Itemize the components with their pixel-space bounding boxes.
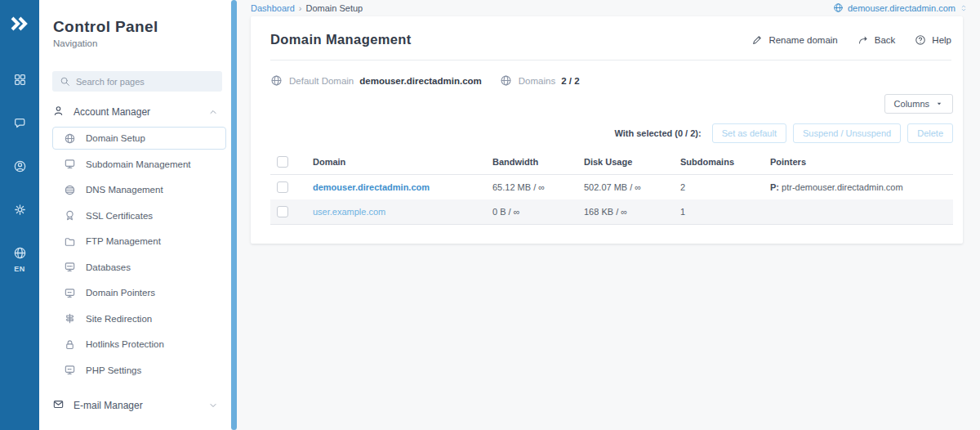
person-icon	[52, 105, 65, 119]
item-label: Site Redirection	[86, 314, 152, 324]
lock-icon	[64, 338, 76, 351]
help-button[interactable]: Help	[915, 34, 951, 46]
pointers-text: ptr-demouser.directadmin.com	[782, 182, 903, 192]
search-icon	[60, 76, 70, 87]
help-icon	[915, 34, 926, 46]
icon-rail: EN	[0, 0, 39, 430]
select-all-checkbox[interactable]	[277, 156, 288, 168]
app-root: EN Control Panel Navigation Account Mana…	[0, 0, 980, 430]
bandwidth-value: 0 B / ∞	[486, 199, 577, 225]
sidebar-scrollbar[interactable]	[231, 0, 237, 430]
domains-count-group: Domains 2 / 2	[500, 74, 580, 87]
globe-icon	[500, 74, 512, 87]
pencil-icon	[751, 34, 763, 46]
sidebar-menu: Account Manager Domain Setup Subdomain M…	[39, 100, 231, 430]
sort-carets-icon	[960, 3, 968, 13]
header-disk-usage: Disk Usage	[577, 150, 674, 175]
language-globe-icon[interactable]	[13, 246, 27, 260]
globe-icon	[270, 74, 283, 87]
header-subdomains: Subdomains	[674, 150, 764, 175]
directadmin-logo-icon[interactable]	[9, 14, 30, 37]
delete-button[interactable]: Delete	[907, 123, 953, 143]
domains-count: 2 / 2	[561, 76, 579, 86]
sidebar-subtitle: Navigation	[53, 38, 231, 48]
item-label: Subdomain Management	[86, 159, 191, 169]
rename-domain-button[interactable]: Rename domain	[751, 34, 837, 46]
back-arrow-icon	[858, 34, 869, 46]
row-checkbox[interactable]	[277, 181, 288, 193]
section-label: E-mail Manager	[74, 400, 143, 411]
subdomains-value: 2	[674, 175, 764, 200]
ftp-folder-icon	[64, 235, 76, 248]
main-content: Dashboard › Domain Setup demouser.direct…	[237, 0, 980, 430]
chat-icon[interactable]	[13, 116, 27, 130]
bandwidth-value: 65.12 MB / ∞	[486, 175, 577, 200]
subdomains-value: 1	[674, 199, 764, 225]
sidebar-search[interactable]	[52, 71, 222, 92]
sidebar-title: Control Panel	[53, 18, 231, 36]
table-row: demouser.directadmin.com 65.12 MB / ∞ 50…	[270, 175, 953, 200]
domain-management-card: Domain Management Rename domain Back	[251, 16, 963, 244]
gear-icon[interactable]	[13, 203, 27, 217]
domains-table: Domain Bandwidth Disk Usage Subdomains P…	[270, 150, 953, 225]
sidebar-item-ssl-certificates[interactable]: SSL Certificates	[52, 204, 226, 227]
domains-label: Domains	[519, 76, 555, 86]
item-label: Domain Pointers	[86, 288, 155, 298]
domain-link[interactable]: user.example.com	[313, 207, 385, 217]
pointers-value	[764, 199, 953, 225]
disk-usage-value: 168 KB / ∞	[577, 199, 674, 225]
sidebar-item-ftp-management[interactable]: FTP Management	[52, 230, 226, 253]
rename-domain-label: Rename domain	[768, 35, 837, 45]
database-monitor-icon	[64, 261, 76, 273]
grid-icon[interactable]	[13, 73, 27, 87]
columns-row: Columns	[251, 87, 963, 114]
columns-button[interactable]: Columns	[884, 94, 953, 114]
table-row: user.example.com 0 B / ∞ 168 KB / ∞ 1	[270, 199, 953, 225]
user-account-icon[interactable]	[13, 159, 27, 173]
domain-selector-value: demouser.directadmin.com	[848, 3, 956, 13]
columns-label: Columns	[894, 99, 929, 109]
domain-selector[interactable]: demouser.directadmin.com	[833, 2, 968, 13]
sidebar-item-hotlinks-protection[interactable]: Hotlinks Protection	[52, 333, 226, 356]
sidebar: Control Panel Navigation Account Manager	[39, 0, 231, 430]
sidebar-item-subdomain-management[interactable]: Subdomain Management	[52, 153, 226, 176]
header-pointers: Pointers	[764, 150, 953, 175]
header-domain: Domain	[306, 150, 486, 175]
item-label: Hotlinks Protection	[86, 339, 164, 349]
row-checkbox[interactable]	[277, 206, 288, 217]
sidebar-section-account-manager[interactable]: Account Manager	[39, 100, 231, 124]
item-label: FTP Management	[86, 236, 161, 246]
sidebar-item-databases[interactable]: Databases	[52, 256, 226, 279]
chevron-up-icon	[208, 107, 218, 117]
domain-pointers-monitor-icon	[64, 287, 76, 299]
pointers-value: P: ptr-demouser.directadmin.com	[764, 175, 953, 200]
page-title: Domain Management	[270, 32, 412, 47]
back-label: Back	[875, 35, 896, 45]
with-selected-label: With selected (0 / 2):	[614, 128, 701, 138]
monitor-icon	[64, 158, 76, 170]
sidebar-item-dns-management[interactable]: DNS Management	[52, 178, 226, 201]
sidebar-item-domain-setup[interactable]: Domain Setup	[52, 127, 226, 150]
domain-link[interactable]: demouser.directadmin.com	[313, 182, 430, 192]
sidebar-item-php-settings[interactable]: PHP Settings	[52, 359, 226, 382]
globe-icon	[64, 132, 76, 145]
sidebar-item-domain-pointers[interactable]: Domain Pointers	[52, 281, 226, 304]
header-actions: Rename domain Back Help	[751, 34, 951, 46]
sidebar-item-site-redirection[interactable]: Site Redirection	[52, 307, 226, 330]
language-label[interactable]: EN	[14, 265, 25, 273]
breadcrumb-current: Domain Setup	[306, 3, 363, 13]
chevron-down-icon	[208, 401, 218, 410]
ssl-badge-icon	[64, 209, 76, 222]
search-input[interactable]	[76, 77, 215, 87]
suspend-unsuspend-button[interactable]: Suspend / Unsuspend	[793, 123, 901, 143]
set-as-default-button[interactable]: Set as default	[712, 123, 786, 143]
section-label: Account Manager	[74, 106, 150, 118]
breadcrumb-dashboard-link[interactable]: Dashboard	[251, 3, 295, 13]
bulk-actions-row: With selected (0 / 2): Set as default Su…	[251, 114, 963, 150]
sidebar-section-email-manager[interactable]: E-mail Manager	[39, 393, 231, 418]
help-label: Help	[932, 35, 951, 45]
item-label: DNS Management	[86, 185, 163, 195]
item-label: Databases	[86, 262, 131, 272]
back-button[interactable]: Back	[858, 34, 896, 46]
breadcrumb-separator: ›	[299, 3, 302, 13]
